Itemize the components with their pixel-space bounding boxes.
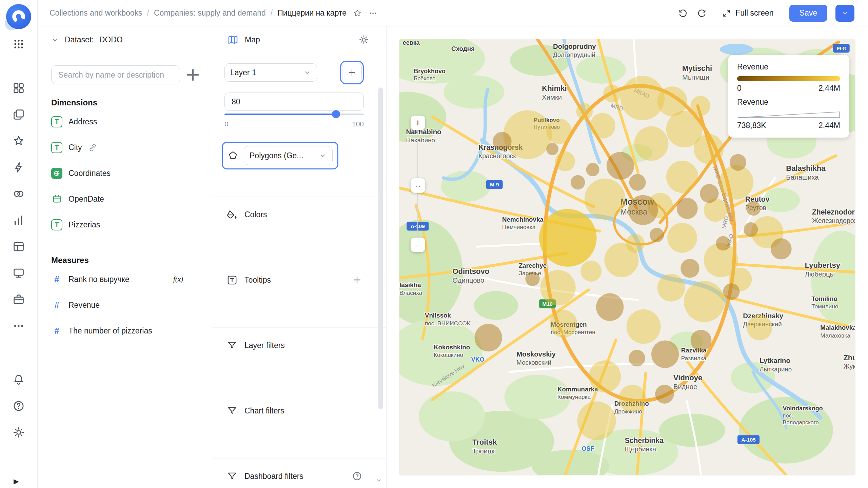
datalens-logo[interactable] — [6, 4, 31, 29]
save-button[interactable]: Save — [789, 5, 827, 22]
slider-track[interactable] — [224, 110, 364, 119]
breadcrumb-item-collections[interactable]: Collections and workbooks — [50, 8, 142, 18]
dataset-name[interactable]: DODO — [99, 35, 123, 44]
svg-text:Dolgoprudny: Dolgoprudny — [553, 43, 596, 50]
svg-text:OSF: OSF — [582, 445, 594, 452]
sidebar-item-connections[interactable] — [8, 183, 29, 205]
svg-text:Железнодорож: Железнодорож — [812, 217, 855, 224]
text-field-icon: T — [51, 116, 62, 127]
add-button[interactable] — [352, 274, 362, 285]
add-layer-button[interactable] — [342, 63, 362, 82]
section-chart-filters[interactable]: Chart filters — [212, 393, 386, 458]
left-navigation-rail: ▶ — [0, 0, 38, 488]
map-canvas[interactable]: еевкаСходняDolgoprudnyДолгопрудныйMytisc… — [399, 39, 855, 475]
svg-text:Кокошкино: Кокошкино — [434, 351, 463, 358]
undo-button[interactable] — [678, 8, 688, 18]
tooltips-icon — [226, 274, 238, 286]
measure-item[interactable]: #The number of pizzerias — [38, 318, 212, 344]
sidebar-item-help[interactable] — [8, 395, 29, 417]
svg-text:M-9: M-9 — [490, 182, 499, 187]
sidebar-item-notifications[interactable] — [8, 369, 29, 390]
svg-text:Малаховка: Малаховка — [820, 332, 850, 339]
svg-text:еевка: еевка — [403, 39, 420, 46]
dimension-item[interactable]: OpenDate — [38, 186, 212, 212]
sidebar-item-objects[interactable] — [8, 77, 29, 99]
svg-text:Kokoshkino: Kokoshkino — [434, 344, 470, 351]
objects-icon — [12, 82, 25, 95]
opacity-value-box[interactable]: 80 — [224, 93, 364, 111]
fullscreen-button[interactable]: Full screen — [722, 8, 773, 18]
polygon-icon — [228, 150, 238, 161]
add-field-button[interactable] — [183, 65, 202, 84]
dimension-item[interactable]: TPizzerias — [38, 212, 212, 238]
sidebar-item-dashboards[interactable] — [8, 262, 29, 284]
layer-select[interactable]: Layer 1 — [224, 63, 317, 82]
calendar-icon — [52, 194, 62, 204]
plus-icon — [347, 67, 357, 78]
sidebar-item-storage[interactable] — [8, 289, 29, 310]
history-controls — [678, 8, 707, 18]
svg-text:Развилка: Развилка — [681, 355, 707, 362]
section-layer-filters[interactable]: Layer filters — [212, 327, 386, 393]
geotype-select[interactable]: Polygons (Ge... — [244, 146, 333, 165]
dataset-label: Dataset: — [65, 35, 94, 44]
svg-text:lasikha: lasikha — [399, 281, 421, 288]
measure-item[interactable]: #Revenue — [38, 292, 212, 318]
colors-icon — [226, 209, 238, 220]
svg-text:Lyubertsy: Lyubertsy — [805, 261, 841, 269]
search-input[interactable] — [51, 65, 180, 84]
sidebar-item-favorites[interactable] — [8, 130, 29, 152]
map-more-button[interactable] — [837, 44, 847, 54]
svg-text:Vniissok: Vniissok — [425, 312, 451, 319]
save-dropdown-button[interactable] — [835, 5, 854, 22]
gear-icon[interactable] — [358, 34, 369, 45]
globe-icon — [53, 169, 61, 178]
help-button[interactable] — [352, 471, 362, 482]
section-dashboard-filters[interactable]: Dashboard filters — [212, 458, 386, 488]
redo-button[interactable] — [697, 8, 707, 18]
dimension-item[interactable]: TCity — [38, 135, 212, 160]
svg-text:Zheleznodoro: Zheleznodoro — [812, 208, 855, 216]
section-tooltips[interactable]: Tooltips — [212, 262, 386, 327]
svg-text:Немчиновка: Немчиновка — [502, 224, 536, 230]
apps-menu-button[interactable] — [9, 35, 28, 54]
more-actions-button[interactable] — [368, 8, 378, 18]
svg-text:Брёхово: Брёхово — [414, 75, 435, 82]
chevron-down-icon — [375, 476, 382, 484]
dataset-header[interactable]: Dataset: DODO — [38, 26, 212, 53]
expand-panel-button[interactable]: ▶ — [14, 477, 19, 485]
sidebar-item-settings[interactable] — [8, 422, 29, 443]
dimension-item[interactable]: Coordinates — [38, 160, 212, 186]
settings-icon — [12, 426, 25, 439]
section-colors[interactable]: Colors — [212, 197, 386, 262]
svg-text:Reutov: Reutov — [745, 195, 770, 203]
favorite-star-button[interactable] — [353, 8, 362, 18]
zoom-in-button[interactable]: + — [411, 116, 425, 130]
apps-icon — [13, 38, 24, 50]
zoom-out-button[interactable]: − — [411, 238, 425, 252]
sidebar-item-editor[interactable] — [8, 157, 29, 178]
sidebar-item-datasets[interactable] — [8, 236, 29, 258]
scrollbar[interactable] — [378, 87, 383, 409]
svg-text:Московский: Московский — [516, 359, 551, 366]
svg-text:Bryokhovo: Bryokhovo — [414, 68, 446, 75]
svg-text:Химки: Химки — [542, 94, 562, 101]
sidebar-item-charts[interactable] — [8, 209, 29, 231]
ruler-button[interactable] — [411, 178, 425, 193]
svg-text:Lytkarino: Lytkarino — [760, 357, 790, 364]
funnel-icon — [226, 405, 238, 416]
tooltips-icon — [226, 274, 238, 286]
measure-item[interactable]: #Rank по выручкеf(x) — [38, 266, 212, 292]
svg-text:A-105: A-105 — [742, 437, 756, 443]
chevron-down-icon — [319, 151, 327, 160]
svg-text:Malakhovka: Malakhovka — [820, 324, 855, 331]
geotype-control: Polygons (Ge... — [222, 142, 338, 169]
text-field-icon: T — [51, 142, 62, 153]
sidebar-item-workbooks[interactable] — [8, 104, 29, 125]
slider-thumb[interactable] — [332, 110, 340, 118]
more-icon — [837, 44, 847, 54]
settings-icon — [358, 34, 369, 45]
breadcrumb-item-workbook[interactable]: Companies: supply and demand — [154, 8, 266, 18]
sidebar-item-more[interactable] — [8, 315, 29, 337]
dimension-item[interactable]: TAddress — [38, 109, 212, 135]
